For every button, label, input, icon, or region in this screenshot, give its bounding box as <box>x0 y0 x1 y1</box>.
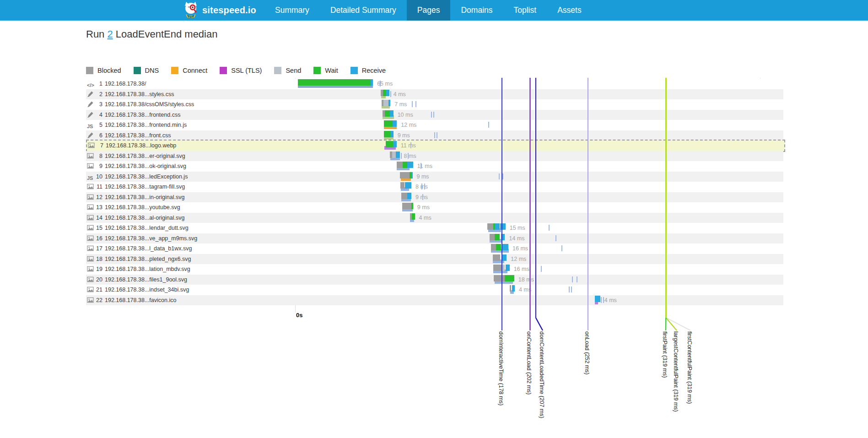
request-row[interactable]: 11192.168.178.38...tagram-fill.svg8 ms <box>86 182 783 192</box>
request-number: 5 <box>92 122 102 128</box>
request-number: 2 <box>92 91 102 97</box>
request-url: 192.168.178.38/cssOMS/styles.css <box>105 101 194 108</box>
phase-blocked-bar <box>491 244 496 250</box>
request-duration-label: 4 ms <box>394 91 406 97</box>
phase-wait-bar <box>403 162 407 168</box>
request-row[interactable]: 2192.168.178.38...styles.css4 ms <box>86 89 783 100</box>
marker-label: domContentLoadedTime (207 ms) <box>539 331 545 418</box>
marker-label: onContentLoad (202 ms) <box>526 331 532 395</box>
request-row[interactable]: 15192.168.178.38...lendar_dutt.svg15 ms <box>86 223 783 233</box>
timing-tick <box>433 112 434 118</box>
request-row[interactable]: 21192.168.178.38...indset_34bi.svg4 ms <box>86 285 783 295</box>
request-row[interactable]: 16192.168.178.38...ve_app_m9ms.svg14 ms <box>86 233 783 244</box>
request-row[interactable]: 22192.168.178.38...favicon.ico4 ms <box>86 295 783 306</box>
request-url: 192.168.178.38...front.css <box>105 132 171 139</box>
timing-tick <box>499 173 500 179</box>
nav-item-detailed-summary[interactable]: Detailed Summary <box>320 0 407 21</box>
request-number: 19 <box>92 266 102 272</box>
request-row[interactable]: 17192.168.178.38...l_data_b1wx.svg16 ms <box>86 243 783 254</box>
title-prefix: Run <box>86 28 107 40</box>
phase-blocked-bar <box>490 234 494 240</box>
nav-item-toplist[interactable]: Toplist <box>503 0 547 21</box>
request-row[interactable]: 9192.168.178.38...ok-original.svg11 ms <box>86 161 783 172</box>
legend-label: Wait <box>325 67 338 74</box>
marker-label: firstPaint (319 ms) <box>662 331 668 378</box>
phase-receive-bar <box>371 79 373 86</box>
request-duration-label: 11 ms <box>401 142 416 149</box>
marker-label: largestContentfulPaint (319 ms) <box>673 331 679 412</box>
sitespeed-logo-icon <box>183 1 199 20</box>
request-duration-label: 4 ms <box>419 215 431 221</box>
legend-swatch-icon <box>220 67 227 74</box>
request-row[interactable]: 20192.168.178.38...files1_9ool.svg18 ms <box>86 275 783 285</box>
phase-wait-bar <box>496 244 501 250</box>
legend-swatch-icon <box>86 67 93 74</box>
run-link[interactable]: 2 <box>107 28 113 40</box>
phase-send-bar <box>383 100 388 106</box>
phase-blocked-bar <box>397 162 403 168</box>
timing-tick <box>424 184 425 189</box>
request-row[interactable]: 6192.168.178.38...front.css9 ms <box>86 130 783 141</box>
timing-tick <box>437 132 437 138</box>
request-row[interactable]: 4192.168.178.38...frontend.css10 ms <box>86 110 783 120</box>
request-row[interactable]: </>1192.168.178.38/65 ms <box>86 79 783 89</box>
phase-blocked-bar <box>487 223 493 230</box>
request-url: 192.168.178.38...tagram-fill.svg <box>105 184 185 190</box>
request-number: 22 <box>92 297 102 303</box>
legend-label: Receive <box>362 67 386 74</box>
marker-line-largestContentfulPaint <box>665 78 667 318</box>
request-url: 192.168.178.38...al-original.svg <box>105 215 184 221</box>
marker-line-domContentLoadedTime <box>535 78 537 318</box>
nav-item-pages[interactable]: Pages <box>407 0 451 21</box>
request-row[interactable]: 13192.168.178.38...youtube.svg9 ms <box>86 202 783 213</box>
request-number: 8 <box>92 153 102 159</box>
timing-tick <box>601 297 602 303</box>
request-duration-label: 16 ms <box>512 245 528 252</box>
request-url: 192.168.178.38...styles.css <box>105 91 174 97</box>
request-row[interactable]: 3192.168.178.38/cssOMS/styles.css7 ms <box>86 99 783 110</box>
request-row[interactable]: 14192.168.178.38...al-original.svg4 ms <box>86 213 783 223</box>
request-duration-label: 10 ms <box>398 112 413 118</box>
marker-label: domInteractiveTime (178 ms) <box>498 331 504 406</box>
phase-receive-bar <box>407 162 413 168</box>
request-url: 192.168.178.38...l_data_b1wx.svg <box>105 245 192 252</box>
request-url: 192.168.178.38...favicon.ico <box>105 297 176 303</box>
request-number: 7 <box>92 142 103 149</box>
request-number: 21 <box>92 287 102 293</box>
legend-item-receive: Receive <box>350 67 386 74</box>
phase-receive-bar <box>495 223 500 230</box>
request-row[interactable]: 8192.168.178.38...er-original.svg8 ms <box>86 151 783 162</box>
legend-label: Blocked <box>97 67 121 74</box>
timing-tick <box>603 297 604 303</box>
timing-tick <box>555 235 556 241</box>
request-duration-label: 4 ms <box>604 297 617 303</box>
request-row[interactable]: 19192.168.178.38...lation_mbdv.svg16 ms <box>86 264 783 275</box>
phase-blocked-bar <box>400 172 410 178</box>
request-row[interactable]: 18192.168.178.38...pleted_ngx6.svg12 ms <box>86 254 783 265</box>
request-duration-label: 11 ms <box>417 163 432 169</box>
legend-label: DNS <box>145 67 159 74</box>
timing-tick <box>571 287 572 292</box>
marker-label: firstContentfulPaint (319 ms) <box>686 331 693 404</box>
brand-text: sitespeed.io <box>202 5 256 16</box>
nav-item-assets[interactable]: Assets <box>547 0 592 21</box>
request-row[interactable]: 12192.168.178.38...in-original.svg9 ms <box>86 192 783 203</box>
phase-receive-bar <box>396 151 400 158</box>
request-duration-label: 14 ms <box>509 235 524 242</box>
legend-label: Send <box>286 67 301 74</box>
request-number: 17 <box>92 245 102 252</box>
request-url: 192.168.178.38...lation_mbdv.svg <box>105 266 190 272</box>
legend-swatch-icon <box>171 67 178 74</box>
phase-send-bar <box>392 151 396 158</box>
nav-item-summary[interactable]: Summary <box>264 0 320 21</box>
request-row[interactable]: 7192.168.178.38...logo.webp11 ms <box>86 140 785 152</box>
timing-tick <box>488 122 489 128</box>
phase-wait-bar <box>385 110 390 117</box>
request-row[interactable]: JS10192.168.178.38...ledException.js9 ms <box>86 172 783 182</box>
nav-item-domains[interactable]: Domains <box>450 0 503 21</box>
brand[interactable]: sitespeed.io <box>183 0 256 21</box>
timing-tick <box>408 153 409 159</box>
phase-receive-bar <box>405 182 411 189</box>
request-row[interactable]: JS5192.168.178.38...frontend.min.js12 ms <box>86 120 783 130</box>
request-number: 4 <box>92 112 102 118</box>
